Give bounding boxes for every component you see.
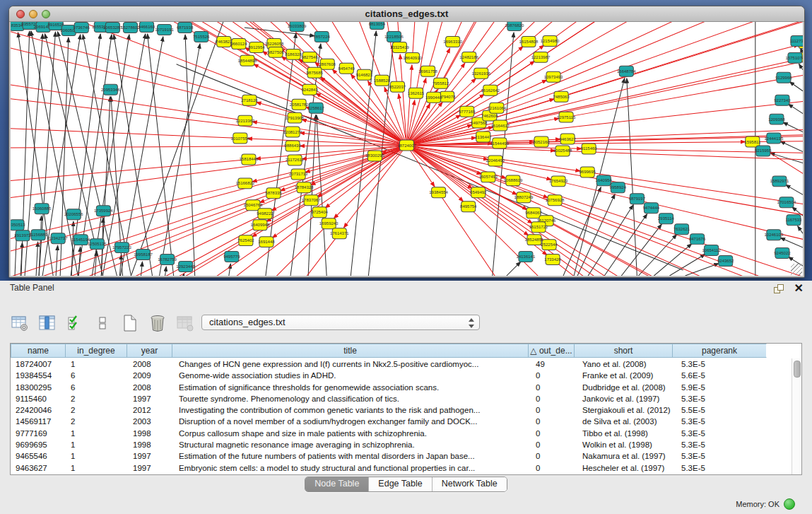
table-cell[interactable]: 1: [66, 428, 128, 439]
table-cell[interactable]: Jankovic et al. (1997): [577, 393, 676, 404]
close-panel-icon[interactable]: ✕: [794, 281, 804, 295]
table-cell[interactable]: Stergiakouli et al. (2012): [577, 404, 676, 416]
table-cell[interactable]: 1998: [128, 439, 174, 450]
table-cell[interactable]: 18724007: [11, 358, 66, 370]
close-button[interactable]: [16, 10, 25, 18]
table-cell[interactable]: 2008: [128, 358, 174, 370]
table-row[interactable]: 969969511998Structural magnetic resonanc…: [11, 439, 771, 450]
table-cell[interactable]: 2003: [128, 416, 174, 427]
network-view[interactable]: 1872400718300295193845549777169649756874…: [11, 22, 803, 276]
show-columns-button[interactable]: [37, 313, 57, 333]
table-cell[interactable]: Changes of HCN gene expression and I(f) …: [174, 358, 531, 370]
table-cell[interactable]: 9465546: [11, 450, 66, 462]
table-cell[interactable]: 9463627: [11, 462, 66, 474]
table-cell[interactable]: Estimation of the future numbers of pati…: [174, 450, 531, 462]
resize-grip-icon[interactable]: [791, 264, 802, 275]
table-cell[interactable]: 2: [66, 393, 128, 404]
zoom-button[interactable]: [42, 10, 50, 18]
table-cell[interactable]: 2012: [128, 404, 174, 416]
new-table-button[interactable]: [120, 313, 140, 333]
table-cell[interactable]: 2008: [128, 382, 174, 393]
table-cell[interactable]: Nakamura et al. (1997): [577, 450, 676, 462]
table-cell[interactable]: 18300295: [11, 382, 66, 393]
table-cell[interactable]: Yano et al. (2008): [577, 358, 676, 370]
table-cell[interactable]: 5.3E-5: [676, 358, 771, 370]
table-cell[interactable]: 1998: [128, 428, 174, 439]
table-row[interactable]: 946554611997Estimation of the future num…: [11, 450, 771, 462]
table-cell[interactable]: 2: [66, 416, 128, 427]
table-cell[interactable]: 0: [531, 428, 577, 439]
table-cell[interactable]: 0: [531, 450, 577, 462]
table-cell[interactable]: 5.9E-5: [676, 382, 771, 393]
table-cell[interactable]: Tibbo et al. (1998): [577, 428, 676, 439]
tab-node-table[interactable]: Node Table: [305, 477, 368, 491]
memory-status-dot[interactable]: [784, 498, 795, 510]
table-cell[interactable]: 1: [66, 450, 128, 462]
table-cell[interactable]: Corpus callosum shape and size in male p…: [174, 428, 531, 439]
table-row[interactable]: 2242004622012Investigating the contribut…: [11, 404, 771, 416]
table-cell[interactable]: 0: [531, 439, 577, 450]
table-cell[interactable]: Franke et al. (2009): [577, 370, 676, 381]
table-cell[interactable]: Disruption of a novel member of a sodium…: [174, 416, 531, 427]
table-cell[interactable]: 0: [531, 462, 577, 474]
column-header-name[interactable]: name: [11, 344, 66, 358]
table-cell[interactable]: 5.3E-5: [676, 428, 771, 439]
table-cell[interactable]: 5.3E-5: [676, 450, 771, 462]
table-cell[interactable]: 1997: [128, 393, 174, 404]
table-cell[interactable]: 5.3E-5: [676, 439, 771, 450]
column-header-year[interactable]: year: [126, 344, 172, 358]
table-row[interactable]: 1830029562008Estimation of significance …: [11, 382, 771, 393]
window-titlebar[interactable]: citations_edges.txt: [9, 6, 804, 22]
table-row[interactable]: 1872400712008Changes of HCN gene express…: [11, 358, 771, 370]
table-row[interactable]: 911546021997Tourette syndrome. Phenomeno…: [11, 393, 771, 404]
table-scrollbar[interactable]: [792, 358, 801, 474]
table-select-dropdown[interactable]: citations_edges.txt: [201, 315, 480, 330]
table-cell[interactable]: Tourette syndrome. Phenomenology and cla…: [174, 393, 531, 404]
table-cell[interactable]: Embryonic stem cells: a model to study s…: [174, 462, 531, 474]
table-cell[interactable]: 5.3E-5: [676, 462, 771, 474]
table-cell[interactable]: 5.6E-5: [676, 370, 771, 381]
minimize-button[interactable]: [29, 10, 37, 18]
table-cell[interactable]: 2009: [128, 370, 174, 381]
table-cell[interactable]: Hescheler et al. (1997): [577, 462, 676, 474]
tab-network-table[interactable]: Network Table: [432, 477, 507, 491]
table-cell[interactable]: 9699695: [11, 439, 66, 450]
table-cell[interactable]: 0: [531, 416, 577, 427]
table-cell[interactable]: 5.5E-5: [676, 404, 771, 416]
table-settings-button[interactable]: [10, 313, 30, 333]
float-window-icon[interactable]: [774, 284, 784, 293]
table-cell[interactable]: 49: [531, 358, 577, 370]
table-row[interactable]: 977716911998Corpus callosum shape and si…: [11, 428, 771, 439]
table-cell[interactable]: 19384554: [11, 370, 66, 381]
delete-table-button[interactable]: [148, 313, 167, 333]
table-cell[interactable]: 5.3E-5: [676, 393, 771, 404]
table-cell[interactable]: 0: [531, 404, 577, 416]
table-cell[interactable]: de Silva et al. (2003): [577, 416, 676, 427]
table-cell[interactable]: 9777169: [11, 428, 66, 439]
column-header-short[interactable]: short: [574, 344, 673, 358]
column-header-out-de-[interactable]: △ out_de...: [528, 344, 575, 358]
column-header-title[interactable]: title: [172, 344, 529, 358]
table-cell[interactable]: 22420046: [11, 404, 66, 416]
table-cell[interactable]: 1: [66, 358, 128, 370]
table-cell[interactable]: 6: [66, 370, 128, 381]
scrollbar-thumb[interactable]: [794, 361, 801, 378]
table-cell[interactable]: Genome-wide association studies in ADHD.: [174, 370, 531, 381]
table-cell[interactable]: 0: [531, 370, 577, 381]
table-row[interactable]: 946362711997Embryonic stem cells: a mode…: [11, 462, 771, 474]
table-cell[interactable]: 0: [531, 393, 577, 404]
table-cell[interactable]: Estimation of significance thresholds fo…: [174, 382, 531, 393]
table-row[interactable]: 1456911722003Disruption of a novel membe…: [11, 416, 771, 427]
row-height-button[interactable]: [93, 313, 112, 333]
citation-network-canvas[interactable]: 1872400718300295193845549777169649756874…: [11, 22, 803, 276]
table-cell[interactable]: Dudbridge et al. (2008): [577, 382, 676, 393]
table-cell[interactable]: Wolkin et al. (1998): [577, 439, 676, 450]
table-cell[interactable]: 1997: [128, 462, 174, 474]
table-cell[interactable]: 1: [66, 462, 128, 474]
table-cell[interactable]: 5.3E-5: [676, 416, 771, 427]
table-cell[interactable]: Investigating the contribution of common…: [174, 404, 531, 416]
table-cell[interactable]: 2: [66, 404, 128, 416]
table-row[interactable]: 1938455462009Genome-wide association stu…: [11, 370, 771, 381]
tab-edge-table[interactable]: Edge Table: [368, 477, 431, 491]
select-all-button[interactable]: [65, 313, 85, 333]
